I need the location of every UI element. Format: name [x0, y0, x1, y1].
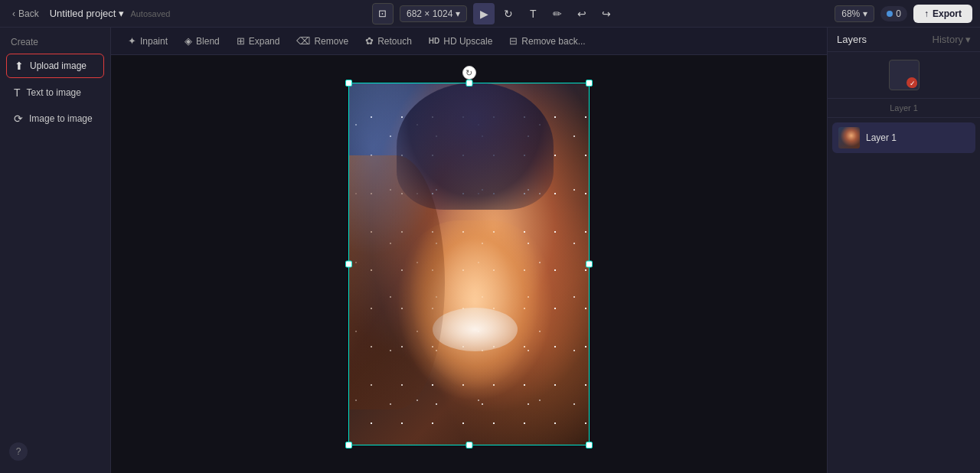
- help-icon: ?: [16, 446, 21, 457]
- cursor-tool-button[interactable]: ▶: [473, 3, 495, 24]
- layers-top-section: ✓: [828, 52, 980, 99]
- retouch-icon: ✿: [365, 35, 374, 47]
- handle-top-left[interactable]: [345, 80, 352, 86]
- main-layout: Create ⬆ Upload image T Text to image ⟳ …: [0, 28, 980, 473]
- text-to-image-icon: T: [14, 86, 21, 99]
- canvas-image: [348, 83, 590, 445]
- user-dot-icon: [887, 11, 893, 17]
- hd-upscale-label: HD Upscale: [443, 36, 492, 47]
- back-label: Back: [18, 8, 39, 19]
- hd-icon: HD: [429, 37, 439, 45]
- image-to-image-icon: ⟳: [14, 113, 23, 125]
- help-button[interactable]: ?: [9, 442, 28, 461]
- remove-icon: ⌫: [296, 35, 310, 47]
- create-section-title: Create: [6, 34, 104, 51]
- upload-image-label: Upload image: [30, 60, 87, 71]
- smile-highlight: [433, 308, 517, 351]
- undo-button[interactable]: ↩: [571, 3, 593, 24]
- zoom-chevron-icon: ▾: [863, 8, 867, 19]
- dimension-chevron-icon: ▾: [456, 8, 460, 19]
- refresh-icon: ↻: [504, 8, 513, 20]
- bokeh-bg: [348, 83, 469, 300]
- project-name-text: Untitled project: [50, 8, 116, 19]
- text-to-image-label: Text to image: [27, 87, 81, 98]
- pen-tool-button[interactable]: ✏: [547, 3, 568, 24]
- handle-top-right[interactable]: [586, 80, 593, 86]
- zoom-value: 68%: [841, 8, 860, 19]
- crop-icon: ⊡: [378, 8, 387, 19]
- blend-tool[interactable]: ◈ Blend: [177, 32, 227, 50]
- blend-label: Blend: [196, 36, 220, 47]
- blend-icon: ◈: [185, 35, 192, 47]
- handle-bottom-left[interactable]: [345, 442, 352, 449]
- sidebar-item-text-to-image[interactable]: T Text to image: [6, 81, 104, 104]
- topbar-center: ⊡ 682 × 1024 ▾ ▶ ↻ T ✏ ↩ ↪: [176, 3, 813, 24]
- remove-tool[interactable]: ⌫ Remove: [289, 32, 356, 50]
- dimension-display[interactable]: 682 × 1024 ▾: [400, 5, 467, 22]
- sidebar-item-image-to-image[interactable]: ⟳ Image to image: [6, 107, 104, 130]
- dimension-value: 682 × 1024: [407, 8, 452, 19]
- sidebar-item-upload-image[interactable]: ⬆ Upload image: [6, 54, 104, 78]
- right-sidebar-header: Layers History ▾: [828, 28, 980, 52]
- left-sidebar: Create ⬆ Upload image T Text to image ⟳ …: [0, 28, 111, 473]
- handle-top-center[interactable]: [466, 80, 472, 86]
- history-chevron-icon: ▾: [965, 34, 971, 45]
- export-label: Export: [933, 8, 962, 19]
- remove-bg-icon: ⊟: [509, 35, 518, 47]
- history-label: History: [933, 34, 963, 45]
- history-tab[interactable]: History ▾: [933, 34, 971, 45]
- remove-bg-label: Remove back...: [521, 36, 585, 47]
- autosaved-status: Autosaved: [130, 9, 170, 18]
- rotate-handle[interactable]: ↻: [462, 66, 476, 80]
- topbar-left: ‹ Back Untitled project ▾ Autosaved: [8, 5, 170, 22]
- layer-check-icon: ✓: [906, 77, 917, 88]
- chevron-down-icon: ▾: [119, 8, 124, 19]
- remove-label: Remove: [314, 36, 348, 47]
- sidebar-bottom: ?: [6, 436, 104, 467]
- canvas-toolbar: ✦ Inpaint ◈ Blend ⊞ Expand ⌫ Remove ✿ Re…: [111, 28, 827, 55]
- hd-upscale-tool[interactable]: HD HD Upscale: [421, 33, 500, 50]
- export-up-icon: ↑: [924, 8, 929, 19]
- expand-label: Expand: [249, 36, 280, 47]
- layer-thumbnail-placeholder: ✓: [889, 60, 920, 90]
- refresh-tool-button[interactable]: ↻: [498, 3, 519, 24]
- remove-bg-tool[interactable]: ⊟ Remove back...: [501, 32, 593, 50]
- canvas-viewport[interactable]: ↻: [111, 55, 827, 473]
- right-sidebar: Layers History ▾ ✓ Layer 1 Layer 1: [827, 28, 980, 473]
- layer-label-top: Layer 1: [828, 99, 980, 117]
- handle-bottom-right[interactable]: [586, 442, 593, 449]
- back-icon: ‹: [12, 8, 15, 19]
- layers-list: Layer 1: [828, 118, 980, 473]
- topbar: ‹ Back Untitled project ▾ Autosaved ⊡ 68…: [0, 0, 980, 28]
- handle-bottom-center[interactable]: [466, 442, 472, 449]
- crop-tool-button[interactable]: ⊡: [372, 3, 394, 24]
- inpaint-icon: ✦: [128, 35, 136, 47]
- cursor-icon: ▶: [480, 8, 488, 20]
- back-button[interactable]: ‹ Back: [8, 5, 44, 22]
- redo-button[interactable]: ↪: [596, 3, 617, 24]
- handle-middle-left[interactable]: [345, 261, 352, 268]
- text-tool-button[interactable]: T: [522, 3, 544, 24]
- canvas-area: ✦ Inpaint ◈ Blend ⊞ Expand ⌫ Remove ✿ Re…: [111, 28, 827, 473]
- text-icon: T: [530, 8, 537, 20]
- export-button[interactable]: ↑ Export: [913, 5, 972, 23]
- undo-icon: ↩: [577, 8, 586, 20]
- handle-middle-right[interactable]: [586, 261, 593, 268]
- layer-item[interactable]: Layer 1: [832, 122, 975, 153]
- retouch-label: Retouch: [377, 36, 412, 47]
- user-badge: 0: [880, 6, 907, 21]
- project-name[interactable]: Untitled project ▾: [50, 8, 125, 19]
- toolbar-icons: ▶ ↻ T ✏ ↩ ↪: [473, 3, 617, 24]
- image-container: ↻: [348, 83, 590, 445]
- pen-icon: ✏: [553, 8, 562, 20]
- expand-tool[interactable]: ⊞ Expand: [229, 32, 288, 50]
- retouch-tool[interactable]: ✿ Retouch: [358, 32, 420, 50]
- layer-item-name: Layer 1: [866, 132, 897, 143]
- upload-icon: ⬆: [15, 60, 24, 72]
- topbar-right: 68% ▾ 0 ↑ Export: [819, 5, 972, 23]
- inpaint-tool[interactable]: ✦ Inpaint: [120, 32, 175, 50]
- layers-tab[interactable]: Layers: [837, 34, 867, 45]
- rotate-icon: ↻: [466, 68, 472, 78]
- expand-icon: ⊞: [237, 35, 245, 47]
- zoom-control[interactable]: 68% ▾: [835, 5, 874, 22]
